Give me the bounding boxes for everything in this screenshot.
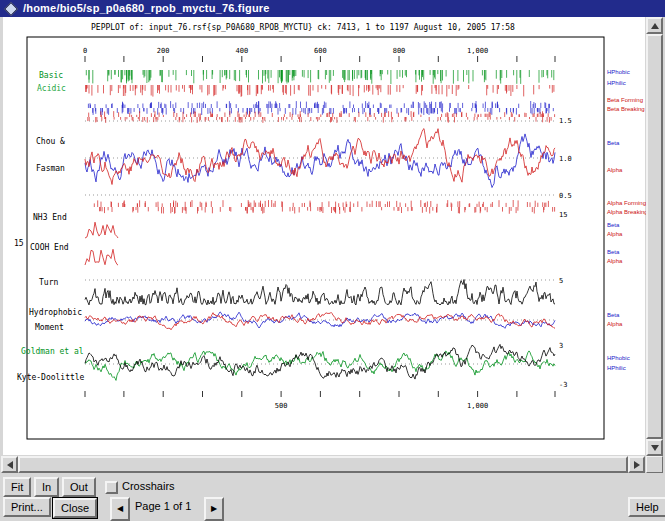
track-moment-beta — [85, 312, 555, 328]
bottom-axis-label: 1,000 — [467, 402, 488, 410]
track-basic — [86, 70, 554, 84]
vertical-scrollbar-thumb[interactable] — [646, 34, 663, 439]
print-button[interactable]: Print... — [3, 497, 51, 517]
fit-button[interactable]: Fit — [3, 477, 31, 497]
figure-axis-number: 3 — [559, 342, 563, 350]
track-goldman — [85, 351, 555, 381]
window-title: /home/bio5/sp_p0a680_rpob_myctu_76.figur… — [23, 2, 270, 14]
figure-left-label: Turn — [39, 278, 58, 287]
figure-right-label: Alpha Breaking — [607, 209, 648, 215]
track-chou-fasman-beta — [85, 134, 555, 188]
top-axis-label: 400 — [235, 47, 248, 55]
figure-right-label: Beta — [607, 140, 620, 146]
figure-right-label: Alpha — [607, 258, 623, 264]
figure-header: PEPPLOT of: input_76.rsf{sp_P0A680_RPOB_… — [91, 23, 515, 32]
track-turn — [85, 280, 555, 306]
figure-right-label: Beta — [607, 222, 620, 228]
figure-right-label: HPhobic — [607, 355, 630, 361]
figure-right-label: Alpha — [607, 321, 623, 327]
left-arrow-icon — [7, 461, 13, 469]
figure-right-label: Beta Forming — [607, 97, 643, 103]
vertical-scrollbar[interactable] — [646, 17, 663, 456]
figure-right-label: Alpha — [607, 167, 623, 173]
resize-corner[interactable] — [646, 456, 663, 473]
scroll-up-button[interactable] — [646, 17, 663, 34]
figure-axis-number: 1.0 — [559, 155, 572, 163]
bottom-axis-ticks — [85, 391, 555, 397]
down-arrow-icon — [651, 445, 659, 451]
top-axis-label: 1,000 — [467, 47, 488, 55]
figure-right-label: Beta Breaking — [607, 106, 645, 112]
figure-left-label: COOH End — [30, 243, 69, 252]
track-nh3-end — [85, 222, 118, 238]
top-axis-ticks — [85, 56, 555, 62]
window-titlebar[interactable]: /home/bio5/sp_p0a680_rpob_myctu_76.figur… — [0, 0, 665, 17]
figure-axis-number: 0.5 — [559, 192, 572, 200]
track-hphobic-hphilic — [88, 101, 553, 115]
figure-axis-number: 5 — [559, 277, 563, 285]
crosshairs-label: Crosshairs — [122, 480, 175, 492]
bottom-axis-label: 500 — [275, 402, 288, 410]
crosshairs-checkbox[interactable] — [105, 481, 118, 494]
figure-right-label: Beta — [607, 249, 620, 255]
figure-left-label: Chou & — [36, 137, 65, 146]
figure-left-label: Moment — [35, 323, 64, 332]
top-axis-label: 0 — [83, 47, 87, 55]
top-axis-label: 600 — [314, 47, 327, 55]
figure-left-label: Kyte-Doolittle — [17, 373, 85, 382]
figure-axis-number: 1.5 — [559, 117, 572, 125]
figure-left-label: 15 — [14, 239, 24, 248]
scroll-right-button[interactable] — [628, 456, 645, 473]
figure-left-label: Acidic — [37, 84, 66, 93]
plot-canvas[interactable]: PEPPLOT of: input_76.rsf{sp_P0A680_RPOB_… — [3, 17, 645, 455]
figure-right-label: Alpha Forming — [607, 200, 646, 206]
figure-right-label: HPhilic — [607, 365, 626, 371]
track-cooh-end — [85, 249, 118, 265]
figure-left-label: NH3 End — [33, 213, 67, 222]
page-indicator: Page 1 of 1 — [135, 500, 191, 512]
figure-border — [27, 37, 604, 439]
figure-left-label: Goldman et al — [21, 347, 84, 356]
figure-axis-number: -3 — [559, 381, 567, 389]
figure-right-label: Alpha — [607, 231, 623, 237]
help-button[interactable]: Help — [628, 497, 665, 517]
up-arrow-icon — [651, 23, 659, 29]
figure-right-label: Beta — [607, 312, 620, 318]
window-menu-icon[interactable] — [4, 2, 18, 16]
figure-axis-number: 15 — [559, 211, 567, 219]
figure-left-label: Basic — [39, 71, 63, 80]
scroll-down-button[interactable] — [646, 439, 663, 456]
page-previous-button[interactable]: ◀ — [110, 497, 130, 521]
track-chou-fasman-alpha — [85, 129, 555, 185]
zoom-in-button[interactable]: In — [34, 477, 59, 497]
zoom-out-button[interactable]: Out — [62, 477, 96, 497]
top-axis-label: 200 — [157, 47, 170, 55]
close-button[interactable]: Close — [53, 498, 97, 518]
page-next-button[interactable]: ▶ — [204, 497, 224, 521]
figure-right-label: HPhilic — [607, 80, 626, 86]
right-arrow-icon — [634, 461, 640, 469]
scroll-left-button[interactable] — [1, 456, 18, 473]
horizontal-scrollbar[interactable] — [1, 456, 645, 473]
figure-right-label: HPhobic — [607, 69, 630, 75]
track-alpha-forming-breaking — [94, 200, 554, 214]
horizontal-scrollbar-thumb[interactable] — [18, 456, 628, 473]
figure-left-label: Fasman — [36, 164, 65, 173]
pepplot-figure: PEPPLOT of: input_76.rsf{sp_P0A680_RPOB_… — [3, 17, 645, 455]
top-axis-label: 800 — [393, 47, 406, 55]
track-acidic — [86, 85, 554, 97]
figure-left-label: Hydrophobic — [29, 308, 82, 317]
